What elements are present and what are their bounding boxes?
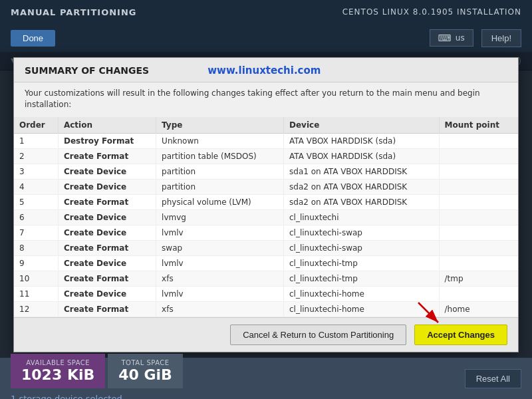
table-row: 12 Create Format xfs cl_linuxtechi-home … [14,301,518,317]
cell-order: 10 [14,271,58,286]
storage-device-link[interactable]: 1 storage device selected [11,394,183,400]
accept-changes-button[interactable]: Accept Changes [414,325,507,345]
col-order: Order [14,117,58,134]
cell-action: Create Device [58,255,156,271]
cell-action: Create Format [58,148,156,164]
reset-all-button[interactable]: Reset All [465,369,521,388]
cell-mount [439,225,518,240]
col-mountpoint: Mount point [439,117,518,134]
table-row: 2 Create Format partition table (MSDOS) … [14,148,518,164]
available-space-box: AVAILABLE SPACE 1023 KiB [11,354,105,388]
help-button[interactable]: Help! [481,29,521,47]
table-row: 1 Destroy Format Unknown ATA VBOX HARDDI… [14,133,518,148]
cell-device: sda1 on ATA VBOX HARDDISK [284,164,439,179]
keyboard-widget[interactable]: ⌨ us [430,29,473,47]
cell-order: 1 [14,133,58,148]
cell-type: xfs [156,271,284,286]
modal-overlay: SUMMARY OF CHANGES www.linuxtechi.com Yo… [0,52,532,399]
table-row: 9 Create Device lvmlv cl_linuxtechi-tmp [14,255,518,271]
cell-action: Create Device [58,225,156,240]
keyboard-lang: us [456,33,465,43]
centos-title: CENTOS LINUX 8.0.1905 INSTALLATION [342,7,521,17]
cell-type: physical volume (LVM) [156,194,284,209]
cell-order: 3 [14,164,58,179]
cell-action: Create Device [58,209,156,225]
cell-mount [439,240,518,255]
keyboard-icon: ⌨ [438,33,452,43]
table-row: 7 Create Device lvmlv cl_linuxtechi-swap [14,225,518,240]
cell-order: 2 [14,148,58,164]
available-space-value: 1023 KiB [21,366,94,383]
col-device: Device [284,117,439,134]
cell-type: xfs [156,301,284,317]
modal-button-bar: Cancel & Return to Custom Partitioning A… [14,317,518,352]
cell-device: ATA VBOX HARDDISK (sda) [284,133,439,148]
cell-order: 6 [14,209,58,225]
cell-type: partition [156,179,284,194]
cell-order: 9 [14,255,58,271]
cell-action: Destroy Format [58,133,156,148]
modal-title: SUMMARY OF CHANGES [25,65,149,76]
table-row: 3 Create Device partition sda1 on ATA VB… [14,164,518,179]
table-row: 6 Create Device lvmvg cl_linuxtechi [14,209,518,225]
cell-device: ATA VBOX HARDDISK (sda) [284,148,439,164]
cell-device: sda2 on ATA VBOX HARDDISK [284,179,439,194]
total-space-label: TOTAL SPACE [118,359,172,366]
cell-device: cl_linuxtechi-tmp [284,255,439,271]
table-row: 10 Create Format xfs cl_linuxtechi-tmp /… [14,271,518,286]
table-row: 8 Create Format swap cl_linuxtechi-swap [14,240,518,255]
cell-mount [439,255,518,271]
cell-type: Unknown [156,133,284,148]
col-action: Action [58,117,156,134]
modal-title-bar: SUMMARY OF CHANGES www.linuxtechi.com [14,58,518,82]
cell-action: Create Format [58,301,156,317]
cell-order: 7 [14,225,58,240]
cell-action: Create Device [58,286,156,301]
cell-order: 11 [14,286,58,301]
cell-mount: /tmp [439,271,518,286]
cell-device: cl_linuxtechi [284,209,439,225]
total-space-box: TOTAL SPACE 40 GiB [108,354,183,388]
available-space-label: AVAILABLE SPACE [21,359,94,366]
cell-action: Create Format [58,240,156,255]
table-header-row: Order Action Type Device Mount point [14,117,518,134]
cell-action: Create Format [58,271,156,286]
space-boxes: AVAILABLE SPACE 1023 KiB TOTAL SPACE 40 … [11,354,183,388]
status-bar: AVAILABLE SPACE 1023 KiB TOTAL SPACE 40 … [0,358,532,399]
modal-description: Your customizations will result in the f… [14,82,518,117]
done-button[interactable]: Done [11,30,55,47]
header-right: CENTOS LINUX 8.0.1905 INSTALLATION [342,7,521,17]
cell-action: Create Device [58,164,156,179]
total-space-value: 40 GiB [118,366,172,383]
cell-device: cl_linuxtechi-home [284,286,439,301]
cell-mount [439,164,518,179]
cell-mount [439,179,518,194]
cell-order: 4 [14,179,58,194]
cell-device: sda2 on ATA VBOX HARDDISK [284,194,439,209]
cell-type: swap [156,240,284,255]
cell-type: partition [156,164,284,179]
cell-action: Create Device [58,179,156,194]
cancel-button[interactable]: Cancel & Return to Custom Partitioning [230,325,406,345]
cell-type: lvmlv [156,286,284,301]
cell-action: Create Format [58,194,156,209]
cell-device: cl_linuxtechi-tmp [284,271,439,286]
action-bar: Done ⌨ us Help! [0,24,532,52]
cell-type: lvmlv [156,255,284,271]
cell-order: 8 [14,240,58,255]
cell-order: 5 [14,194,58,209]
cell-mount [439,209,518,225]
changes-table: Order Action Type Device Mount point 1 D… [14,117,518,317]
header-bar: MANUAL PARTITIONING CENTOS LINUX 8.0.190… [0,0,532,24]
cell-mount [439,133,518,148]
cell-type: partition table (MSDOS) [156,148,284,164]
cell-mount [439,286,518,301]
cell-type: lvmlv [156,225,284,240]
cell-mount [439,148,518,164]
cell-device: cl_linuxtechi-home [284,301,439,317]
col-type: Type [156,117,284,134]
cell-type: lvmvg [156,209,284,225]
table-row: 4 Create Device partition sda2 on ATA VB… [14,179,518,194]
cell-mount [439,194,518,209]
partition-area: ▼ New CentOS Linux 8.0.1905 Installation… [0,52,532,399]
